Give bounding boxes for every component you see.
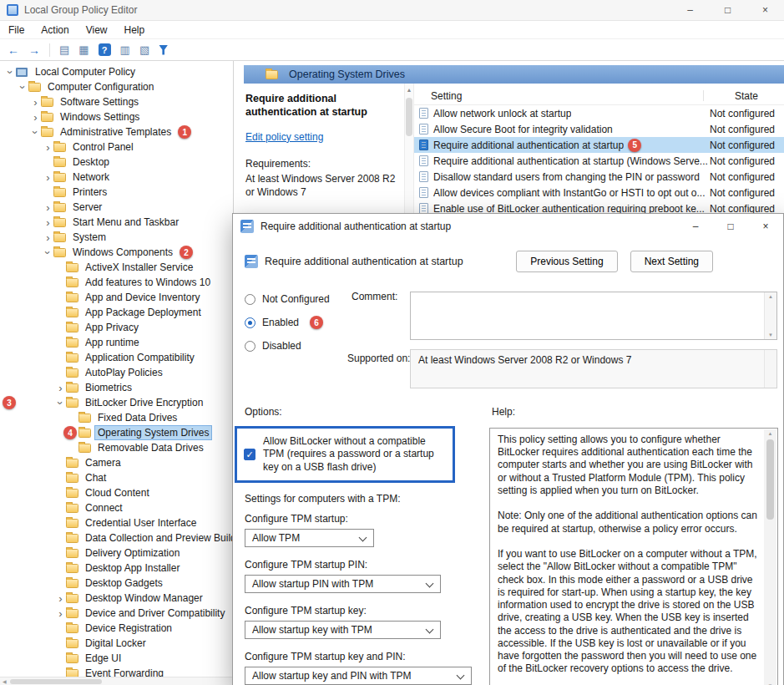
tree-item[interactable]: Credential User Interface xyxy=(0,515,233,530)
tree-item[interactable]: Device and Driver Compatibility xyxy=(0,606,233,621)
radio-enabled[interactable]: Enabled6 xyxy=(245,311,330,334)
tree-item[interactable]: ActiveX Installer Service xyxy=(0,260,233,275)
radio-not-configured[interactable]: Not Configured xyxy=(245,287,330,311)
chevron-right-icon[interactable] xyxy=(55,608,66,619)
tree-item[interactable]: AutoPlay Policies xyxy=(0,365,233,380)
column-header-state[interactable]: State xyxy=(735,90,758,102)
tree-item[interactable]: Application Compatibility xyxy=(0,350,233,365)
checkbox-checked-icon[interactable] xyxy=(244,449,255,460)
help-icon[interactable]: ? xyxy=(99,43,111,56)
dialog-maximize-button[interactable]: □ xyxy=(713,214,748,239)
scroll-left-icon[interactable]: ◀ xyxy=(3,678,7,684)
chevron-right-icon[interactable] xyxy=(55,593,66,604)
comment-input[interactable]: ▲▼ xyxy=(410,292,777,340)
tree-item[interactable]: Edge UI xyxy=(0,651,233,666)
standard-view-icon[interactable]: ▧ xyxy=(139,44,149,55)
tree-item[interactable]: Fixed Data Drives xyxy=(0,410,233,425)
tree-item[interactable]: Control Panel xyxy=(0,140,233,155)
previous-setting-button[interactable]: Previous Setting xyxy=(516,251,617,272)
tree-item[interactable]: Software Settings xyxy=(0,94,233,109)
menu-action[interactable]: Action xyxy=(41,24,68,36)
show-hide-action-pane-icon[interactable]: ▥ xyxy=(120,44,130,55)
settings-row[interactable]: Require additional authentication at sta… xyxy=(414,153,784,169)
tree-item[interactable]: App Privacy xyxy=(0,320,233,335)
menu-file[interactable]: File xyxy=(8,24,24,36)
tpm-startup-key-select[interactable]: Allow startup key with TPM xyxy=(245,621,441,639)
chevron-right-icon[interactable] xyxy=(30,97,41,108)
settings-row-require-additional-authentication[interactable]: Require additional authentication at sta… xyxy=(414,137,784,153)
chevron-down-icon[interactable] xyxy=(18,82,28,93)
export-list-icon[interactable]: ▦ xyxy=(78,44,89,55)
scroll-down-icon[interactable]: ▼ xyxy=(768,332,773,337)
tree-item[interactable]: Device Registration xyxy=(0,621,233,636)
tree-item[interactable]: Desktop Gadgets xyxy=(0,576,233,591)
chevron-right-icon[interactable] xyxy=(43,142,53,153)
horizontal-scrollbar[interactable]: ◀ xyxy=(0,677,233,685)
tree-item[interactable]: Desktop App Installer xyxy=(0,561,233,576)
dialog-close-button[interactable]: × xyxy=(748,214,783,239)
tree-item[interactable]: Connect xyxy=(0,500,233,515)
tree-item-computer-configuration[interactable]: Computer Configuration xyxy=(0,79,233,94)
tree-item[interactable]: Cloud Content xyxy=(0,485,233,500)
tree-item[interactable]: Network xyxy=(0,170,233,185)
tpm-startup-select[interactable]: Allow TPM xyxy=(245,529,374,547)
menu-view[interactable]: View xyxy=(86,24,108,36)
minimize-button[interactable]: – xyxy=(671,0,709,20)
chevron-down-icon[interactable] xyxy=(30,127,41,138)
chevron-down-icon[interactable] xyxy=(55,398,66,408)
bitlocker-without-tpm-option[interactable]: Allow BitLocker without a compatible TPM… xyxy=(235,426,455,483)
next-setting-button[interactable]: Next Setting xyxy=(630,251,713,272)
vertical-scrollbar[interactable]: ▲ ▼ xyxy=(764,429,776,685)
settings-row[interactable]: Allow Secure Boot for integrity validati… xyxy=(414,121,784,137)
tree-item[interactable]: Windows Settings xyxy=(0,109,233,124)
tree-item-windows-components[interactable]: Windows Components2 xyxy=(0,245,233,260)
scrollbar-thumb[interactable] xyxy=(406,98,412,136)
show-console-tree-icon[interactable]: ▤ xyxy=(59,44,69,55)
scrollbar-thumb[interactable] xyxy=(766,439,774,520)
chevron-right-icon[interactable] xyxy=(55,383,66,393)
tree-item[interactable]: Printers xyxy=(0,185,233,200)
tree-item-bitlocker-drive-encryption[interactable]: 3BitLocker Drive Encryption xyxy=(0,395,233,410)
tree-item[interactable]: Server xyxy=(0,200,233,215)
column-header-setting[interactable]: Setting xyxy=(414,90,462,102)
tree-item[interactable]: Desktop Window Manager xyxy=(0,591,233,606)
tree-item[interactable]: Chat xyxy=(0,470,233,485)
scrollbar-thumb[interactable] xyxy=(10,679,102,684)
menu-help[interactable]: Help xyxy=(124,24,145,36)
chevron-right-icon[interactable] xyxy=(43,202,53,213)
chevron-right-icon[interactable] xyxy=(43,217,53,228)
vertical-scrollbar[interactable]: ▲▼ xyxy=(764,292,776,339)
tree-item[interactable]: Data Collection and Preview Builds xyxy=(0,530,233,545)
filter-icon[interactable] xyxy=(159,45,168,55)
forward-icon[interactable]: → xyxy=(28,44,40,56)
scroll-up-icon[interactable]: ▲ xyxy=(768,431,773,436)
chevron-right-icon[interactable] xyxy=(43,232,53,243)
tree-item[interactable]: Digital Locker xyxy=(0,636,233,651)
back-icon[interactable]: ← xyxy=(8,44,19,56)
close-button[interactable]: × xyxy=(746,0,784,20)
tree-item[interactable]: Desktop xyxy=(0,155,233,170)
tree-item[interactable]: App Package Deployment xyxy=(0,305,233,320)
tpm-startup-pin-select[interactable]: Allow startup PIN with TPM xyxy=(245,575,441,593)
tree-item[interactable]: App runtime xyxy=(0,335,233,350)
tree-item-operating-system-drives[interactable]: 4Operating System Drives xyxy=(0,425,233,440)
chevron-down-icon[interactable] xyxy=(43,247,53,258)
maximize-button[interactable]: □ xyxy=(709,0,746,20)
chevron-down-icon[interactable] xyxy=(5,67,16,78)
edit-policy-setting-link[interactable]: Edit policy setting xyxy=(245,131,323,143)
tree-item-administrative-templates[interactable]: Administrative Templates1 xyxy=(0,124,233,140)
chevron-right-icon[interactable] xyxy=(30,112,41,123)
scroll-up-icon[interactable]: ▲ xyxy=(768,294,773,299)
tpm-startup-key-pin-select[interactable]: Allow startup key and PIN with TPM xyxy=(245,667,472,685)
settings-row[interactable]: Disallow standard users from changing th… xyxy=(414,169,784,185)
tree-item[interactable]: System xyxy=(0,230,233,245)
tree-item[interactable]: Add features to Windows 10 xyxy=(0,275,233,290)
radio-disabled[interactable]: Disabled xyxy=(245,334,330,358)
scroll-up-icon[interactable]: ▲ xyxy=(407,86,412,94)
settings-row[interactable]: Allow devices compliant with InstantGo o… xyxy=(414,185,784,200)
settings-row[interactable]: Allow network unlock at startupNot confi… xyxy=(414,105,784,121)
tree-item[interactable]: Delivery Optimization xyxy=(0,545,233,561)
tree-item[interactable]: Biometrics xyxy=(0,380,233,395)
tree-item-local-computer-policy[interactable]: Local Computer Policy xyxy=(0,64,233,79)
chevron-right-icon[interactable] xyxy=(43,172,53,183)
